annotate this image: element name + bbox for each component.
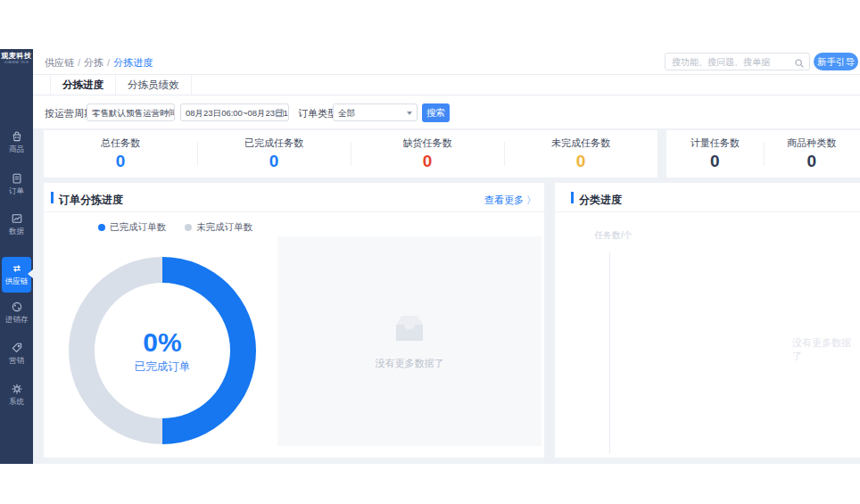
sidebar-item-inventory[interactable]: 进销存: [0, 300, 33, 326]
tab-sorter-performance[interactable]: 分拣员绩效: [116, 75, 192, 95]
stat-total-tasks: 总任务数 0: [44, 130, 197, 178]
sidebar-item-label: 订单: [0, 186, 33, 197]
price-tag-icon: [0, 341, 33, 355]
brand-subtitle: GUANMAI TECH: [2, 61, 31, 64]
stats-card-tasks: 总任务数 0 已完成任务数 0 缺货任务数 0 未完成任务数 0: [44, 130, 657, 178]
order-empty-state: 没有更多数据了: [277, 236, 542, 446]
breadcrumb-item[interactable]: 供应链: [45, 57, 74, 68]
shopping-bag-icon: [0, 129, 33, 144]
sidebar-item-label: 营销: [0, 356, 33, 367]
filter-bar: 按运营周期: 零售默认预售运营时间 08月23日06:00~08月23日12:0…: [33, 95, 860, 128]
order-document-icon: [0, 171, 33, 186]
main-area: 供应链/分拣/分拣进度 新手引导 分拣进度分拣员绩效 按运营周期: 零售默认预售…: [33, 49, 860, 464]
sidebar-item-marketing[interactable]: 营销: [0, 341, 33, 367]
global-search[interactable]: [665, 53, 810, 70]
stat-sku-count: 商品种类数 0: [764, 130, 860, 178]
newbie-guide-button[interactable]: 新手引导: [814, 53, 858, 70]
category-empty-text: 没有更多数据了: [792, 336, 860, 363]
y-axis-label: 任务数/个: [594, 229, 633, 242]
sidebar-item-orders[interactable]: 订单: [0, 171, 33, 197]
order-type-select[interactable]: 全部: [333, 103, 418, 121]
period-select[interactable]: 零售默认预售运营时间: [87, 103, 175, 121]
panel-header: 订单分拣进度 查看更多 〉: [44, 183, 544, 212]
breadcrumb-item[interactable]: 分拣: [84, 57, 103, 68]
order-progress-panel: 订单分拣进度 查看更多 〉 已完成订单数 未完成订单数 0% 已完成订单: [44, 183, 544, 458]
stat-weighing-tasks: 计量任务数 0: [666, 130, 764, 178]
stat-unfinished-tasks: 未完成任务数 0: [504, 130, 657, 178]
donut-chart: 0% 已完成订单: [69, 257, 256, 444]
active-item-notch: [28, 269, 33, 278]
panel-header: 分类进度: [555, 183, 860, 212]
sidebar-item-label: 数据: [0, 227, 33, 237]
calendar-icon: [275, 108, 285, 120]
empty-inbox-icon: [389, 312, 430, 350]
gear-icon: [0, 382, 33, 396]
app-window: 观麦科技 GUANMAI TECH 商品 订单: [0, 49, 860, 464]
sidebar-item-data[interactable]: 数据: [0, 211, 33, 237]
legend-completed[interactable]: 已完成订单数: [98, 221, 166, 232]
breadcrumb: 供应链/分拣/分拣进度: [45, 56, 153, 70]
donut-label: 已完成订单: [135, 359, 191, 375]
search-icon[interactable]: [794, 56, 805, 72]
date-range-input[interactable]: 08月23日06:00~08月23日12:00: [180, 103, 289, 121]
line-chart-icon: [0, 211, 33, 226]
donut-legend: 已完成订单数 未完成订单数: [98, 221, 252, 234]
brand-logo: 观麦科技 GUANMAI TECH: [0, 51, 33, 64]
legend-uncompleted[interactable]: 未完成订单数: [185, 221, 252, 232]
category-progress-panel: 分类进度 任务数/个 没有更多数据了: [555, 183, 860, 458]
chevron-down-icon: [164, 112, 170, 115]
y-axis-line: [609, 252, 610, 454]
legend-dot: [98, 224, 105, 231]
sidebar-item-label: 系统: [0, 397, 33, 408]
tab-sorting-progress[interactable]: 分拣进度: [50, 75, 116, 95]
donut-center: 0% 已完成订单: [69, 257, 256, 444]
stat-outofstock-tasks: 缺货任务数 0: [351, 130, 504, 178]
brand-name: 观麦科技: [0, 51, 33, 61]
top-header: 供应链/分拣/分拣进度 新手引导: [33, 49, 860, 75]
sidebar-item-label: 商品: [0, 145, 33, 155]
search-input[interactable]: [672, 55, 788, 68]
legend-dot: [185, 224, 192, 231]
sidebar-item-goods[interactable]: 商品: [0, 129, 33, 155]
donut-percent: 0%: [143, 327, 181, 358]
tab-bar: 分拣进度分拣员绩效: [33, 75, 860, 95]
view-more-link[interactable]: 查看更多 〉: [484, 194, 536, 207]
sidebar-item-system[interactable]: 系统: [0, 382, 33, 408]
empty-text: 没有更多数据了: [376, 357, 444, 370]
accent-bar: [51, 192, 54, 203]
accent-bar: [571, 192, 574, 203]
sidebar: 观麦科技 GUANMAI TECH 商品 订单: [0, 49, 33, 464]
panel-title: 订单分拣进度: [59, 193, 123, 208]
chevron-right-icon: 〉: [526, 194, 536, 205]
breadcrumb-current: 分拣进度: [113, 57, 153, 68]
search-button[interactable]: 搜索: [422, 103, 450, 122]
sidebar-item-label: 进销存: [0, 315, 33, 326]
panel-title: 分类进度: [579, 193, 622, 208]
chevron-down-icon: [407, 112, 412, 115]
stat-completed-tasks: 已完成任务数 0: [197, 130, 351, 178]
inventory-sphere-icon: [0, 300, 33, 314]
stats-card-extra: 计量任务数 0 商品种类数 0: [666, 130, 860, 178]
